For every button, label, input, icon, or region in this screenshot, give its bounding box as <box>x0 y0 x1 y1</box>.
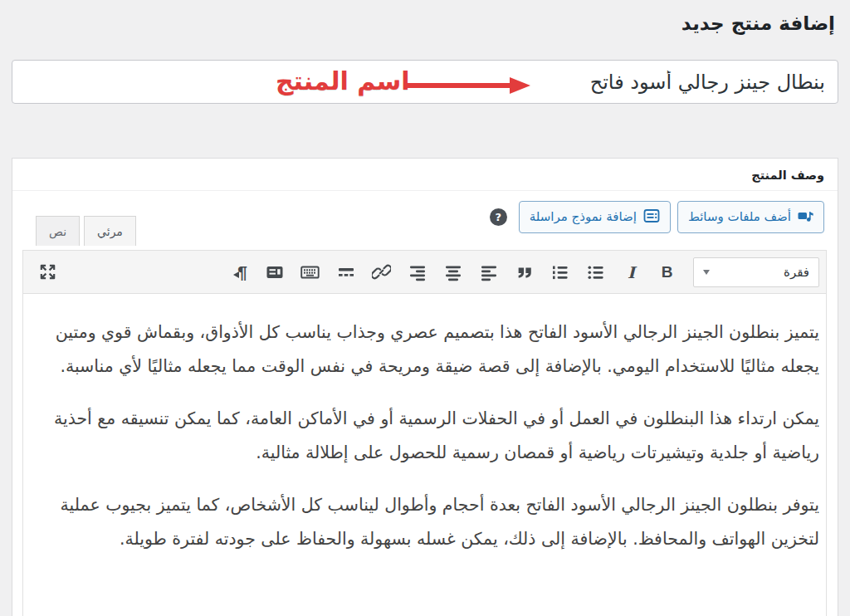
align-right-icon[interactable] <box>402 259 433 286</box>
add-media-button[interactable]: أضف ملفات وسائط <box>677 201 824 233</box>
editor-paragraph: يتميز بنطلون الجينز الرجالي الأسود الفات… <box>44 315 819 384</box>
numbered-list-icon[interactable] <box>545 259 576 286</box>
fullscreen-icon[interactable] <box>32 259 64 286</box>
table-panel-icon[interactable] <box>259 259 291 286</box>
editor-tools-row: أضف ملفات وسائط إضافة نموذج مراسلة ? مرئ… <box>22 191 828 245</box>
italic-icon[interactable]: I <box>616 259 647 286</box>
editor-mode-tabs: مرئينص <box>36 216 136 246</box>
media-icon <box>798 209 813 226</box>
add-media-label: أضف ملفات وسائط <box>688 211 791 223</box>
link-icon[interactable] <box>366 259 398 286</box>
add-product-page: إضافة منتج جديد اسم المنتج وصف المنتج وص… <box>0 0 850 616</box>
read-more-icon[interactable] <box>330 259 362 286</box>
metabox-title[interactable]: وصف المنتج <box>12 159 838 191</box>
product-title-row <box>12 60 838 104</box>
keyboard-icon[interactable] <box>295 259 326 286</box>
add-contact-form-button[interactable]: إضافة نموذج مراسلة <box>519 201 671 233</box>
product-description-metabox: وصف المنتج أضف ملفات وسائط <box>12 158 838 616</box>
editor-toolbar: فقرة BI¶ <box>23 251 826 294</box>
editor-paragraph: يمكن ارتداء هذا البنطلون في العمل أو في … <box>44 402 819 471</box>
align-center-icon[interactable] <box>437 259 469 286</box>
tab-visual[interactable]: مرئي <box>84 216 136 246</box>
contact-form-icon <box>643 208 660 227</box>
editor-content-area[interactable]: يتميز بنطلون الجينز الرجالي الأسود الفات… <box>23 294 826 616</box>
annotation-product-name-label: اسم المنتج <box>276 66 410 95</box>
paragraph-format-label: فقرة <box>784 265 809 280</box>
editor-paragraph: يتوفر بنطلون الجينز الرجالي الأسود الفات… <box>44 488 819 557</box>
page-title: إضافة منتج جديد <box>0 0 850 37</box>
bullet-list-icon[interactable] <box>580 259 612 286</box>
product-title-input[interactable] <box>12 60 838 104</box>
bold-icon[interactable]: B <box>652 259 683 286</box>
help-icon[interactable]: ? <box>490 208 507 226</box>
paragraph-direction-icon[interactable]: ¶ <box>223 259 255 286</box>
paragraph-format-dropdown[interactable]: فقرة <box>693 257 819 287</box>
tab-text[interactable]: نص <box>36 216 80 246</box>
chevron-down-icon <box>703 270 710 278</box>
align-left-icon[interactable] <box>473 259 505 286</box>
add-contact-form-label: إضافة نموذج مراسلة <box>530 211 637 223</box>
editor-container: فقرة BI¶ يتميز بنطلون الجينز الرجالي الأ… <box>22 250 827 616</box>
blockquote-icon[interactable] <box>509 259 540 286</box>
